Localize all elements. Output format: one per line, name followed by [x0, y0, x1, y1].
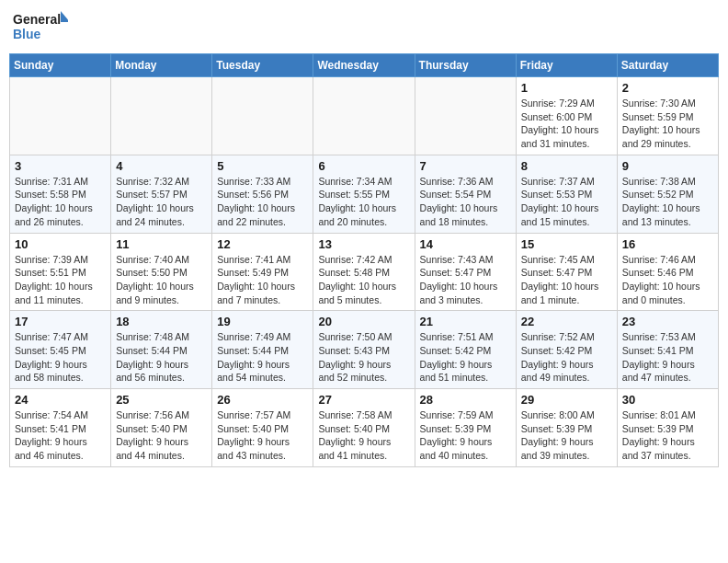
calendar-cell: 14Sunrise: 7:43 AM Sunset: 5:47 PM Dayli…: [415, 233, 516, 311]
day-number: 24: [15, 393, 106, 407]
week-row-3: 10Sunrise: 7:39 AM Sunset: 5:51 PM Dayli…: [10, 233, 719, 311]
calendar-cell: 1Sunrise: 7:29 AM Sunset: 6:00 PM Daylig…: [516, 77, 617, 155]
day-info: Sunrise: 7:49 AM Sunset: 5:44 PM Dayligh…: [217, 330, 308, 385]
calendar-cell: 4Sunrise: 7:32 AM Sunset: 5:57 PM Daylig…: [111, 155, 212, 233]
calendar-cell: [111, 77, 212, 155]
weekday-header-sunday: Sunday: [10, 54, 111, 77]
day-number: 25: [116, 393, 207, 407]
day-info: Sunrise: 7:32 AM Sunset: 5:57 PM Dayligh…: [116, 175, 207, 229]
calendar-cell: 13Sunrise: 7:42 AM Sunset: 5:48 PM Dayli…: [313, 233, 415, 311]
day-number: 29: [521, 393, 612, 407]
weekday-header-friday: Friday: [516, 54, 617, 77]
day-info: Sunrise: 7:30 AM Sunset: 5:59 PM Dayligh…: [622, 97, 713, 151]
day-info: Sunrise: 7:52 AM Sunset: 5:42 PM Dayligh…: [521, 330, 612, 385]
svg-text:General: General: [13, 12, 61, 27]
calendar-cell: 30Sunrise: 8:01 AM Sunset: 5:39 PM Dayli…: [617, 389, 718, 467]
day-number: 11: [116, 237, 207, 251]
calendar-cell: 15Sunrise: 7:45 AM Sunset: 5:47 PM Dayli…: [516, 233, 617, 311]
week-row-4: 17Sunrise: 7:47 AM Sunset: 5:45 PM Dayli…: [10, 311, 719, 389]
calendar-cell: 5Sunrise: 7:33 AM Sunset: 5:56 PM Daylig…: [212, 155, 313, 233]
calendar-cell: 11Sunrise: 7:40 AM Sunset: 5:50 PM Dayli…: [111, 233, 212, 311]
day-info: Sunrise: 7:31 AM Sunset: 5:58 PM Dayligh…: [15, 175, 106, 229]
day-info: Sunrise: 7:29 AM Sunset: 6:00 PM Dayligh…: [521, 97, 612, 151]
weekday-header-monday: Monday: [111, 54, 212, 77]
day-info: Sunrise: 7:48 AM Sunset: 5:44 PM Dayligh…: [116, 330, 207, 385]
calendar-cell: 27Sunrise: 7:58 AM Sunset: 5:40 PM Dayli…: [313, 389, 415, 467]
calendar-cell: 21Sunrise: 7:51 AM Sunset: 5:42 PM Dayli…: [415, 311, 516, 389]
day-info: Sunrise: 7:50 AM Sunset: 5:43 PM Dayligh…: [318, 330, 409, 385]
svg-marker-2: [61, 11, 68, 22]
calendar-cell: 17Sunrise: 7:47 AM Sunset: 5:45 PM Dayli…: [10, 311, 111, 389]
day-number: 22: [521, 315, 612, 328]
day-number: 15: [521, 237, 612, 251]
day-info: Sunrise: 7:46 AM Sunset: 5:46 PM Dayligh…: [622, 253, 713, 307]
day-number: 2: [622, 81, 713, 95]
day-number: 1: [521, 81, 612, 95]
weekday-header-tuesday: Tuesday: [212, 54, 313, 77]
logo: General Blue: [13, 9, 68, 46]
calendar-cell: 24Sunrise: 7:54 AM Sunset: 5:41 PM Dayli…: [10, 389, 111, 467]
calendar-cell: [10, 77, 111, 155]
calendar-cell: [415, 77, 516, 155]
calendar-cell: 20Sunrise: 7:50 AM Sunset: 5:43 PM Dayli…: [313, 311, 415, 389]
day-number: 23: [622, 315, 713, 328]
weekday-header-saturday: Saturday: [617, 54, 718, 77]
page-header: General Blue: [9, 9, 719, 46]
logo-svg: General Blue: [13, 9, 68, 46]
weekday-header-wednesday: Wednesday: [313, 54, 415, 77]
day-info: Sunrise: 7:34 AM Sunset: 5:55 PM Dayligh…: [318, 175, 409, 229]
day-number: 30: [622, 393, 713, 407]
day-info: Sunrise: 7:54 AM Sunset: 5:41 PM Dayligh…: [15, 408, 106, 463]
day-number: 5: [217, 159, 308, 173]
calendar-cell: 29Sunrise: 8:00 AM Sunset: 5:39 PM Dayli…: [516, 389, 617, 467]
day-info: Sunrise: 7:38 AM Sunset: 5:52 PM Dayligh…: [622, 175, 713, 229]
day-info: Sunrise: 8:01 AM Sunset: 5:39 PM Dayligh…: [622, 408, 713, 463]
weekday-header-row: SundayMondayTuesdayWednesdayThursdayFrid…: [10, 54, 719, 77]
day-info: Sunrise: 7:36 AM Sunset: 5:54 PM Dayligh…: [420, 175, 511, 229]
day-number: 4: [116, 159, 207, 173]
calendar-cell: 3Sunrise: 7:31 AM Sunset: 5:58 PM Daylig…: [10, 155, 111, 233]
day-info: Sunrise: 7:56 AM Sunset: 5:40 PM Dayligh…: [116, 408, 207, 463]
day-number: 7: [420, 159, 511, 173]
day-info: Sunrise: 7:33 AM Sunset: 5:56 PM Dayligh…: [217, 175, 308, 229]
day-number: 3: [15, 159, 106, 173]
day-info: Sunrise: 7:43 AM Sunset: 5:47 PM Dayligh…: [420, 253, 511, 307]
calendar-cell: 26Sunrise: 7:57 AM Sunset: 5:40 PM Dayli…: [212, 389, 313, 467]
calendar-cell: 18Sunrise: 7:48 AM Sunset: 5:44 PM Dayli…: [111, 311, 212, 389]
day-info: Sunrise: 7:51 AM Sunset: 5:42 PM Dayligh…: [420, 330, 511, 385]
day-info: Sunrise: 7:42 AM Sunset: 5:48 PM Dayligh…: [318, 253, 409, 307]
week-row-5: 24Sunrise: 7:54 AM Sunset: 5:41 PM Dayli…: [10, 389, 719, 467]
calendar-cell: 28Sunrise: 7:59 AM Sunset: 5:39 PM Dayli…: [415, 389, 516, 467]
day-number: 27: [318, 393, 409, 407]
calendar-cell: 23Sunrise: 7:53 AM Sunset: 5:41 PM Dayli…: [617, 311, 718, 389]
week-row-1: 1Sunrise: 7:29 AM Sunset: 6:00 PM Daylig…: [10, 77, 719, 155]
svg-text:Blue: Blue: [13, 27, 41, 41]
day-number: 8: [521, 159, 612, 173]
calendar-table: SundayMondayTuesdayWednesdayThursdayFrid…: [9, 53, 719, 467]
day-number: 26: [217, 393, 308, 407]
day-number: 6: [318, 159, 409, 173]
day-number: 16: [622, 237, 713, 251]
week-row-2: 3Sunrise: 7:31 AM Sunset: 5:58 PM Daylig…: [10, 155, 719, 233]
day-number: 28: [420, 393, 511, 407]
calendar-cell: 8Sunrise: 7:37 AM Sunset: 5:53 PM Daylig…: [516, 155, 617, 233]
calendar-cell: 6Sunrise: 7:34 AM Sunset: 5:55 PM Daylig…: [313, 155, 415, 233]
calendar-cell: 9Sunrise: 7:38 AM Sunset: 5:52 PM Daylig…: [617, 155, 718, 233]
calendar-cell: 10Sunrise: 7:39 AM Sunset: 5:51 PM Dayli…: [10, 233, 111, 311]
calendar-cell: 12Sunrise: 7:41 AM Sunset: 5:49 PM Dayli…: [212, 233, 313, 311]
day-info: Sunrise: 7:47 AM Sunset: 5:45 PM Dayligh…: [15, 330, 106, 385]
calendar-cell: 16Sunrise: 7:46 AM Sunset: 5:46 PM Dayli…: [617, 233, 718, 311]
day-number: 21: [420, 315, 511, 328]
day-info: Sunrise: 7:45 AM Sunset: 5:47 PM Dayligh…: [521, 253, 612, 307]
day-number: 19: [217, 315, 308, 328]
day-number: 14: [420, 237, 511, 251]
day-info: Sunrise: 7:58 AM Sunset: 5:40 PM Dayligh…: [318, 408, 409, 463]
day-number: 20: [318, 315, 409, 328]
calendar-cell: [212, 77, 313, 155]
calendar-cell: 7Sunrise: 7:36 AM Sunset: 5:54 PM Daylig…: [415, 155, 516, 233]
day-info: Sunrise: 7:57 AM Sunset: 5:40 PM Dayligh…: [217, 408, 308, 463]
day-number: 17: [15, 315, 106, 328]
day-number: 18: [116, 315, 207, 328]
day-number: 10: [15, 237, 106, 251]
calendar-cell: 25Sunrise: 7:56 AM Sunset: 5:40 PM Dayli…: [111, 389, 212, 467]
